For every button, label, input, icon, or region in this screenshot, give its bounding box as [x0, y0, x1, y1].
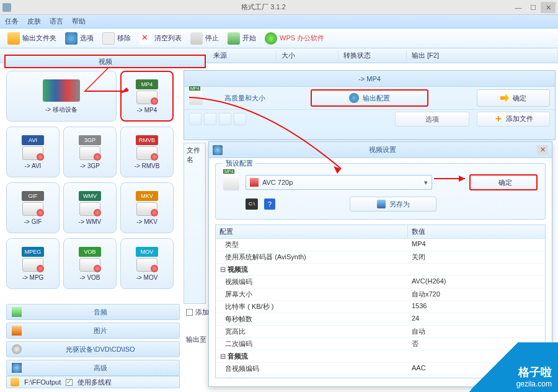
preset-combobox[interactable]: AVC 720p▾	[246, 175, 432, 190]
menu-lang[interactable]: 语言	[50, 17, 63, 26]
gear-icon	[349, 93, 359, 103]
menu-task[interactable]: 任务	[5, 17, 19, 26]
add-config-checkbox[interactable]	[186, 309, 193, 316]
clear-list-button[interactable]: 清空列表	[136, 31, 185, 46]
preset-fieldset: 预设配置 AVC 720p▾ 确定 C:\ ? 另存为	[215, 163, 546, 220]
col-status[interactable]: 转换状态	[339, 51, 407, 60]
remove-button[interactable]: 移除	[99, 31, 135, 46]
gif-icon: GIF	[22, 191, 44, 201]
col-value[interactable]: 数值	[408, 225, 429, 238]
toolbar-icon-4[interactable]	[234, 113, 246, 125]
remove-icon	[102, 32, 115, 45]
add-file-button[interactable]: ＋添加文件	[477, 112, 550, 127]
clear-icon	[140, 32, 152, 45]
save-as-button[interactable]: 另存为	[350, 197, 436, 212]
start-button[interactable]: 开始	[224, 31, 260, 46]
cat-disc[interactable]: 光驱设备\DVD\CD\ISO	[6, 341, 180, 357]
cmd-icon[interactable]: C:\	[246, 198, 258, 210]
ok-button[interactable]: 确定	[477, 89, 550, 107]
app-icon	[2, 3, 11, 12]
dialog-ok-button[interactable]: 确定	[469, 174, 538, 190]
tile-mobile[interactable]: -> 移动设备	[6, 71, 117, 122]
watermark: 格子啦 gezila.com	[459, 342, 558, 392]
menubar: 任务 皮肤 语言 帮助	[0, 15, 558, 29]
col-output[interactable]: 输出 [F2]	[407, 51, 558, 60]
property-row[interactable]: 宽高比自动	[216, 326, 545, 338]
property-row[interactable]: 比特率 ( KB/秒 )1536	[216, 301, 545, 313]
toolbar: 输出文件夹 选项 移除 清空列表 停止 开始 WPS 办公软件	[0, 29, 558, 48]
picture-icon	[12, 326, 22, 336]
preset-item-icon	[250, 178, 259, 187]
plus-icon: ＋	[494, 112, 503, 125]
col-source[interactable]: 来源	[208, 51, 277, 60]
maximize-button[interactable]: ☐	[526, 2, 541, 13]
mp4-panel-title: -> MP4	[184, 71, 555, 87]
property-row[interactable]: 类型MP4	[216, 239, 545, 251]
close-button[interactable]: ✕	[541, 2, 556, 13]
tab-video[interactable]: 视频	[4, 55, 206, 68]
wmv-icon: WMV	[79, 191, 101, 201]
wps-link[interactable]: WPS 办公软件	[261, 31, 328, 46]
tile-vob[interactable]: VOB-> VOB	[63, 238, 117, 289]
property-row[interactable]: 视频编码AVC(H264)	[216, 276, 545, 288]
disk-icon	[377, 200, 386, 208]
folder-icon	[7, 32, 20, 45]
footer-bar: F:\FFOutput 使用多线程	[6, 376, 180, 388]
tile-3gp[interactable]: 3GP-> 3GP	[63, 127, 117, 177]
options-button-2[interactable]: 选项	[395, 112, 469, 127]
options-button[interactable]: 选项	[61, 31, 97, 46]
play-icon	[228, 32, 240, 45]
toolbar-icon-1[interactable]	[189, 113, 202, 125]
tile-mpg[interactable]: MPEG-> MPG	[6, 238, 60, 289]
quality-label[interactable]: 高质量和大小	[208, 94, 282, 103]
cat-audio[interactable]: 音频	[6, 304, 180, 320]
col-size[interactable]: 大小	[277, 51, 339, 60]
cat-picture[interactable]: 图片	[6, 323, 180, 339]
dialog-close-button[interactable]: ✕	[537, 145, 548, 155]
menu-skin[interactable]: 皮肤	[27, 17, 41, 26]
advanced-icon	[12, 363, 22, 373]
multithread-label: 使用多线程	[78, 378, 112, 387]
tile-wmv[interactable]: WMV-> WMV	[63, 182, 117, 233]
mov-icon: MOV	[136, 247, 158, 257]
tile-rmvb[interactable]: RMVB-> RMVB	[120, 127, 174, 177]
property-row[interactable]: 使用系统解码器 (AviSynth)关闭	[216, 251, 545, 264]
tile-gif[interactable]: GIF-> GIF	[6, 182, 60, 233]
help-button[interactable]: ?	[264, 198, 275, 210]
file-column-strip: 文件名	[184, 143, 206, 304]
property-row[interactable]: 屏幕大小自动x720	[216, 288, 545, 301]
toolbar-icon-2[interactable]	[204, 113, 216, 125]
disc-icon	[12, 344, 22, 354]
tile-mkv[interactable]: MKV-> MKV	[120, 182, 174, 233]
tile-mp4[interactable]: MP4-> MP4	[120, 71, 174, 122]
property-row[interactable]: 每秒帧数24	[216, 313, 545, 326]
chevron-down-icon: ▾	[424, 179, 428, 187]
devices-icon	[43, 79, 80, 102]
toolbar-icon-3[interactable]	[219, 113, 231, 125]
category-panel: 音频 图片 光驱设备\DVD\CD\ISO 高级	[6, 304, 180, 378]
property-row[interactable]: ⊟ 视频流	[216, 264, 545, 276]
3gp-icon: 3GP	[79, 135, 101, 145]
stop-button[interactable]: 停止	[187, 31, 223, 46]
multithread-checkbox[interactable]	[66, 379, 73, 386]
menu-help[interactable]: 帮助	[72, 17, 86, 26]
tile-avi[interactable]: AVI-> AVI	[6, 127, 60, 177]
col-property[interactable]: 配置	[216, 225, 408, 238]
mp4-file-icon	[189, 91, 203, 105]
preset-file-icon	[223, 174, 239, 190]
output-to-label: 输出至	[186, 335, 206, 344]
minimize-button[interactable]: —	[511, 2, 526, 13]
folder-small-icon	[11, 378, 19, 386]
format-tiles: -> 移动设备 MP4-> MP4 AVI-> AVI 3GP-> 3GP RM…	[6, 71, 180, 300]
mp4-icon: MP4	[136, 79, 158, 89]
dialog-title: 视频设置	[228, 145, 537, 154]
output-path[interactable]: F:\FFOutput	[24, 378, 61, 386]
output-folder-button[interactable]: 输出文件夹	[4, 31, 60, 46]
mp4-panel: -> MP4 高质量和大小 输出配置 确定 选项 ＋添加文件	[184, 70, 556, 140]
rmvb-icon: RMVB	[136, 135, 158, 145]
output-config-button[interactable]: 输出配置	[311, 89, 428, 107]
tile-mov[interactable]: MOV-> MOV	[120, 238, 174, 289]
stop-icon	[190, 32, 203, 45]
arrow-icon	[500, 94, 509, 102]
cat-advanced[interactable]: 高级	[6, 360, 180, 376]
